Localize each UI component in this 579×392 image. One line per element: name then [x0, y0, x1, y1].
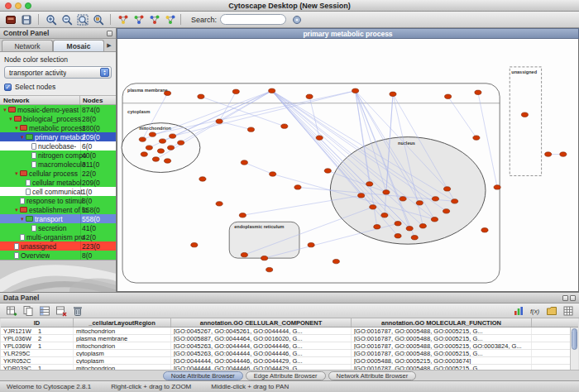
trash-icon[interactable]	[70, 304, 84, 318]
attr-delete-icon[interactable]	[54, 304, 68, 318]
zoom-out-icon[interactable]	[60, 13, 74, 26]
birdseye-view[interactable]	[0, 260, 116, 292]
close-window-button[interactable]	[5, 2, 12, 9]
tree-item-response-to-stimul[interactable]: response to stimul8(0	[0, 196, 116, 205]
document-icon	[26, 189, 31, 195]
node-color-section: Node color selection transporter activit…	[0, 52, 116, 96]
tree-item-mosaic-demo-yeast[interactable]: ▼mosaic-demo-yeast874(0	[0, 105, 116, 114]
tree-item-node-count: 8(0	[82, 251, 92, 260]
scrollbar-thumb[interactable]	[572, 328, 577, 350]
search-config-icon[interactable]	[290, 13, 304, 26]
tree-column-nodes[interactable]: Nodes	[80, 96, 103, 104]
toolbar-icon-groups	[3, 13, 177, 26]
table-row[interactable]: YPL036W__2plasma membrane[GO:0005887, GO…	[1, 335, 578, 342]
network-svg[interactable]: plasma membranecytoplasmmitochondrionnuc…	[117, 39, 578, 291]
column-header-3[interactable]: annotation.GO CELLULAR_COMPONENT	[171, 318, 352, 327]
import-icon[interactable]	[544, 304, 558, 318]
tree-item-label: nucleobase-	[38, 142, 76, 151]
zoom-selected-icon[interactable]	[91, 13, 105, 26]
save-icon[interactable]	[19, 13, 33, 26]
zoom-window-button[interactable]	[25, 2, 31, 9]
table-row[interactable]: YDR039C__1mitochondrion[GO:0044444, GO:0…	[1, 365, 578, 370]
table-cell: [GO:0044444, GO:0044446, GO:0044429, G..…	[171, 357, 352, 364]
tree-item-node-count: 40(0	[82, 151, 96, 160]
vizmapper-icon[interactable]	[163, 13, 177, 26]
tree-item-nitrogen-compo[interactable]: nitrogen compo40(0	[0, 151, 116, 160]
tree-item-node-count: 22(0	[82, 170, 96, 178]
tree-item-biological-process[interactable]: ▼biological_process28(0	[0, 114, 116, 123]
tree-item-metabolic-process[interactable]: ▼metabolic process280(0	[0, 123, 116, 132]
search-input[interactable]	[220, 14, 286, 25]
zoom-in-icon[interactable]	[44, 13, 58, 26]
tab-overflow-button[interactable]: ▶	[104, 40, 114, 51]
column-header-1[interactable]: ID	[1, 318, 74, 327]
main-area: Control Panel NetworkMosaic▶ Node color …	[0, 28, 579, 292]
first-neighbors-icon[interactable]	[116, 13, 130, 26]
network-view-titlebar[interactable]: primary metabolic process	[117, 28, 579, 39]
tree-expand-icon[interactable]: ▼	[13, 171, 20, 176]
folder-green-icon	[26, 134, 33, 140]
tab-mosaic[interactable]: Mosaic	[53, 40, 104, 51]
new-network-icon[interactable]	[147, 13, 161, 26]
network-canvas[interactable]: plasma membranecytoplasmmitochondrionnuc…	[117, 39, 579, 292]
session-icon[interactable]	[3, 13, 17, 26]
attr-select-icon[interactable]	[37, 304, 51, 318]
tree-item-nucleobase[interactable]: nucleobase-6(0	[0, 141, 116, 151]
table-row[interactable]: YJR121W__1mitochondrion[GO:0045267, GO:0…	[1, 327, 578, 335]
window-titlebar[interactable]: Cytoscape Desktop (New Session)	[0, 0, 579, 12]
tree-item-transport[interactable]: ▼transport558(0	[0, 214, 116, 223]
close-panel-icon[interactable]	[570, 295, 576, 301]
tree-item-cellular-metabol[interactable]: cellular metabol209(0	[0, 178, 116, 187]
tree-item-label: secretion	[38, 224, 67, 232]
status-welcome: Welcome to Cytoscape 2.8.1	[7, 383, 91, 390]
table-row[interactable]: YKR052Ccytoplasm[GO:0044444, GO:0044446,…	[1, 357, 578, 365]
column-header-4[interactable]: annotation.GO MOLECULAR_FUNCTION	[352, 318, 532, 327]
tree-expand-icon[interactable]: ▼	[2, 108, 8, 112]
float-panel-icon[interactable]	[562, 295, 568, 301]
control-panel-title: Control Panel	[3, 29, 49, 37]
tree-expand-icon[interactable]: ▼	[19, 135, 26, 140]
tree-item-primary-metabol[interactable]: ▼primary metabol209(0	[0, 132, 116, 141]
tree-item-node-count: 1(0	[82, 188, 92, 196]
tree-item-secretion[interactable]: secretion41(0	[0, 223, 116, 232]
float-panel-icon[interactable]	[107, 31, 112, 36]
tree-item-label: cell communicat	[32, 188, 83, 196]
tree-item-macromolecule[interactable]: macromolecule311(0	[0, 160, 116, 169]
tab-network-attribute-browser[interactable]: Network Attribute Browser	[328, 371, 417, 380]
tree-item-cellular-process[interactable]: ▼cellular process22(0	[0, 169, 116, 178]
tab-node-attribute-browser[interactable]: Node Attribute Browser	[163, 371, 243, 380]
function-icon[interactable]: f(x)	[528, 304, 542, 318]
zoom-fit-icon[interactable]	[75, 13, 89, 26]
hide-selected-icon[interactable]	[132, 13, 146, 26]
table-cell: [GO:0045267, GO:0045261, GO:0044444, G..…	[171, 327, 352, 334]
tree-item-multi-organism-pro[interactable]: multi-organism pro42(0	[0, 232, 116, 241]
svg-text:unassigned: unassigned	[511, 69, 537, 74]
attr-create-icon[interactable]	[4, 304, 18, 318]
tree-item-establishment-of-lo[interactable]: ▼establishment of lo558(0	[0, 205, 116, 214]
tree-item-cell-communicat[interactable]: cell communicat1(0	[0, 187, 116, 196]
matrix-icon[interactable]	[561, 304, 575, 318]
table-row[interactable]: YLR295Ccytoplasm[GO:0045263, GO:0044444,…	[1, 350, 578, 357]
svg-text:nucleus: nucleus	[398, 141, 415, 146]
tree-column-network[interactable]: Network	[0, 96, 80, 104]
tree-expand-icon[interactable]: ▼	[13, 208, 20, 213]
tree-item-unassigned[interactable]: unassigned223(0	[0, 241, 116, 251]
svg-text:endoplasmic reticulum: endoplasmic reticulum	[234, 224, 284, 229]
chart-icon[interactable]	[511, 304, 525, 318]
table-row[interactable]: YPL036W__1mitochondrion[GO:0045263, GO:0…	[1, 342, 578, 350]
column-header-2[interactable]: _cellularLayoutRegion	[74, 318, 171, 327]
tree-expand-icon[interactable]: ▼	[7, 117, 14, 122]
minimize-window-button[interactable]	[15, 2, 22, 9]
attr-copy-icon[interactable]	[21, 304, 35, 318]
tree-expand-icon[interactable]: ▼	[19, 217, 26, 222]
node-color-select[interactable]: transporter activity ▲▼	[4, 66, 112, 79]
tab-network[interactable]: Network	[2, 40, 53, 51]
tree-header: Network Nodes	[0, 96, 116, 105]
table-scrollbar[interactable]	[570, 327, 578, 370]
tree-expand-icon[interactable]: ▼	[13, 126, 20, 131]
tree-item-overview[interactable]: Overview8(0	[0, 251, 116, 260]
tree-item-label: metabolic process	[29, 124, 86, 132]
toolbar-separator	[110, 14, 111, 25]
select-nodes-checkbox[interactable]: ✓ Select nodes	[4, 83, 112, 91]
tab-edge-attribute-browser[interactable]: Edge Attribute Browser	[246, 371, 326, 380]
